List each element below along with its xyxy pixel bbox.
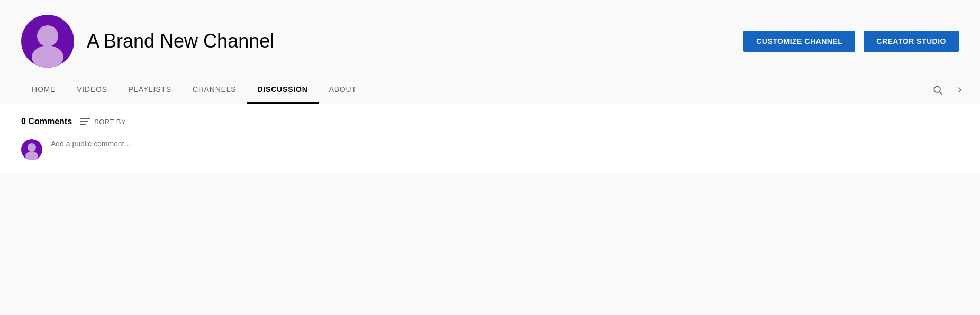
comment-input-wrapper xyxy=(51,139,959,153)
tab-about[interactable]: ABOUT xyxy=(319,77,367,104)
sort-by-label: SORT BY xyxy=(94,118,126,126)
main-content: 0 Comments SORT BY xyxy=(0,104,980,173)
tab-playlists[interactable]: PLAYLISTS xyxy=(118,77,182,104)
header-buttons: CUSTOMIZE CHANNEL CREATOR STUDIO xyxy=(743,31,959,52)
sort-by-button[interactable]: SORT BY xyxy=(80,118,126,126)
svg-point-4 xyxy=(28,143,36,152)
svg-point-1 xyxy=(32,45,63,68)
commenter-avatar xyxy=(21,139,42,160)
svg-point-0 xyxy=(37,25,58,47)
search-icon[interactable] xyxy=(925,76,950,104)
channel-name: A Brand New Channel xyxy=(87,30,731,52)
svg-line-3 xyxy=(940,92,942,95)
chevron-right-icon[interactable] xyxy=(950,77,969,103)
tab-home[interactable]: HOME xyxy=(21,77,66,104)
comment-input-row xyxy=(21,139,959,160)
tab-videos[interactable]: VIDEOS xyxy=(66,77,118,104)
comment-input[interactable] xyxy=(51,140,959,148)
customize-channel-button[interactable]: CUSTOMIZE CHANNEL xyxy=(743,31,855,52)
creator-studio-button[interactable]: CREATOR STUDIO xyxy=(864,31,959,52)
tab-discussion[interactable]: DISCUSSION xyxy=(247,77,318,104)
channel-avatar xyxy=(21,15,74,68)
sort-icon xyxy=(80,118,90,125)
channel-header: A Brand New Channel CUSTOMIZE CHANNEL CR… xyxy=(0,0,980,68)
svg-point-5 xyxy=(25,151,38,160)
comments-count: 0 Comments xyxy=(21,117,72,126)
channel-nav: HOME VIDEOS PLAYLISTS CHANNELS DISCUSSIO… xyxy=(0,76,980,104)
tab-channels[interactable]: CHANNELS xyxy=(182,77,247,104)
comments-header: 0 Comments SORT BY xyxy=(21,117,959,126)
